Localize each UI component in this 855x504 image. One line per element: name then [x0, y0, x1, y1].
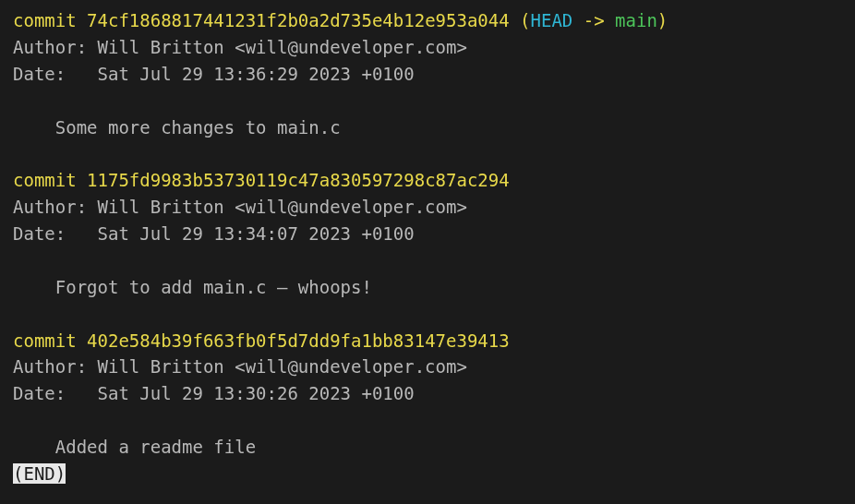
commit-hash: 402e584b39f663fb0f5d7dd9fa1bb83147e39413: [87, 330, 510, 351]
commit-header: commit 402e584b39f663fb0f5d7dd9fa1bb8314…: [13, 328, 842, 354]
date-label: Date:: [13, 64, 98, 84]
author-line: Author: Will Britton <will@undeveloper.c…: [13, 34, 842, 61]
commit-header: commit 1175fd9983b53730119c47a830597298c…: [13, 167, 842, 194]
message-text: Added a readme file: [55, 437, 256, 457]
ref-paren-open: (: [510, 10, 531, 30]
author-value: Will Britton <will@undeveloper.com>: [98, 37, 467, 57]
author-line: Author: Will Britton <will@undeveloper.c…: [13, 354, 842, 380]
ref-paren-close: ): [657, 10, 668, 30]
commit-hash: 1175fd9983b53730119c47a830597298c87ac294: [87, 170, 510, 190]
blank-line: [13, 407, 842, 434]
date-value: Sat Jul 29 13:36:29 2023 +0100: [98, 64, 415, 84]
commit-keyword: commit: [13, 10, 87, 30]
message-text: Some more changes to main.c: [55, 117, 341, 138]
blank-line: [13, 247, 842, 274]
commit-keyword: commit: [13, 170, 87, 190]
date-label: Date:: [13, 383, 98, 403]
message-text: Forgot to add main.c — whoops!: [55, 277, 372, 297]
commit-message: Forgot to add main.c — whoops!: [13, 274, 842, 301]
end-marker: (END): [13, 463, 66, 484]
date-value: Sat Jul 29 13:34:07 2023 +0100: [98, 223, 415, 244]
author-line: Author: Will Britton <will@undeveloper.c…: [13, 194, 842, 221]
branch-ref: main: [615, 10, 657, 30]
date-line: Date: Sat Jul 29 13:36:29 2023 +0100: [13, 61, 842, 88]
blank-line: [13, 140, 842, 167]
author-value: Will Britton <will@undeveloper.com>: [98, 356, 467, 377]
git-log-output: commit 74cf1868817441231f2b0a2d735e4b12e…: [0, 0, 855, 495]
author-label: Author:: [13, 197, 98, 217]
blank-line: [13, 88, 842, 114]
blank-line: [13, 301, 842, 328]
head-ref: HEAD: [531, 10, 573, 30]
ref-arrow: ->: [572, 10, 615, 30]
date-label: Date:: [13, 223, 98, 244]
author-label: Author:: [13, 37, 98, 57]
commit-hash: 74cf1868817441231f2b0a2d735e4b12e953a044: [87, 10, 510, 30]
commit-keyword: commit: [13, 330, 87, 351]
pager-end[interactable]: (END): [13, 461, 842, 487]
commit-header: commit 74cf1868817441231f2b0a2d735e4b12e…: [13, 7, 842, 34]
author-value: Will Britton <will@undeveloper.com>: [98, 197, 467, 217]
author-label: Author:: [13, 356, 98, 377]
date-line: Date: Sat Jul 29 13:30:26 2023 +0100: [13, 380, 842, 407]
date-value: Sat Jul 29 13:30:26 2023 +0100: [98, 383, 415, 403]
date-line: Date: Sat Jul 29 13:34:07 2023 +0100: [13, 221, 842, 247]
commit-message: Added a readme file: [13, 434, 842, 461]
commit-message: Some more changes to main.c: [13, 114, 842, 141]
